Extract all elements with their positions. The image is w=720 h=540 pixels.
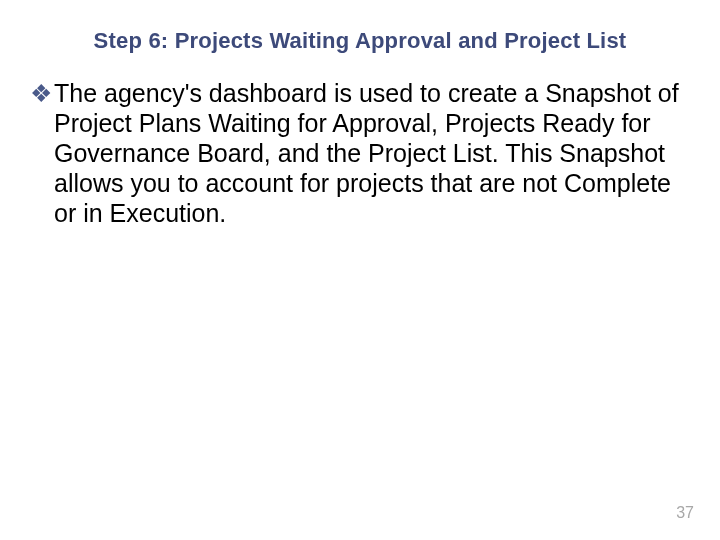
slide-body: ❖ The agency's dashboard is used to crea… (30, 78, 690, 228)
diamond-bullet-icon: ❖ (30, 78, 52, 108)
slide: Step 6: Projects Waiting Approval and Pr… (0, 0, 720, 540)
bullet-item: ❖ The agency's dashboard is used to crea… (30, 78, 690, 228)
slide-title: Step 6: Projects Waiting Approval and Pr… (30, 28, 690, 54)
body-text: The agency's dashboard is used to create… (54, 78, 690, 228)
page-number: 37 (676, 504, 694, 522)
